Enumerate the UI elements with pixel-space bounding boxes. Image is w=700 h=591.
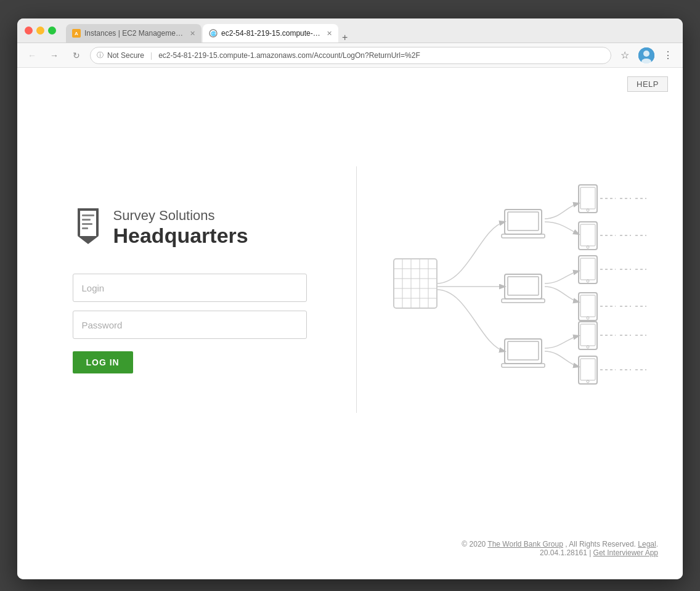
footer-bank-link[interactable]: The World Bank Group: [487, 540, 563, 548]
svg-text:A: A: [75, 31, 78, 36]
svg-point-50: [587, 317, 589, 319]
tab-ec2-management[interactable]: A Instances | EC2 Management C ✕: [66, 24, 201, 43]
maximize-button[interactable]: [48, 26, 56, 35]
svg-rect-55: [508, 341, 539, 360]
tab2-label: ec2-54-81-219-15.compute-1...: [221, 29, 323, 38]
svg-rect-27: [579, 185, 597, 213]
svg-rect-40: [508, 277, 539, 295]
footer-rights: , All Rights Reserved.: [565, 540, 636, 548]
svg-rect-64: [580, 359, 595, 380]
address-divider: |: [150, 51, 152, 60]
user-avatar[interactable]: [638, 47, 654, 63]
tablet-mid1: [579, 256, 597, 283]
back-button[interactable]: ←: [23, 47, 41, 64]
logo-text-bottom: Headquarters: [113, 224, 248, 247]
login-input[interactable]: [73, 274, 307, 302]
logo-icon: [73, 206, 104, 249]
footer-legal-link[interactable]: Legal: [638, 540, 656, 548]
bookmark-button[interactable]: ☆: [616, 47, 633, 64]
server-icon: [394, 259, 437, 308]
tablet-top2: [579, 222, 597, 250]
laptop-bottom: [502, 339, 545, 367]
tab-survey-login[interactable]: 🌐 ec2-54-81-219-15.compute-1... ✕: [203, 24, 338, 43]
svg-rect-13: [82, 223, 92, 225]
svg-rect-63: [579, 356, 597, 384]
left-panel: Survey Solutions Headquarters LOG IN: [48, 194, 344, 386]
svg-rect-9: [96, 208, 99, 236]
svg-rect-42: [579, 256, 597, 283]
footer-copyright: © 2020: [462, 540, 486, 548]
svg-rect-8: [78, 208, 80, 236]
traffic-lights: [25, 26, 56, 35]
svg-rect-58: [580, 324, 595, 346]
svg-text:🌐: 🌐: [211, 31, 216, 36]
svg-point-35: [587, 246, 589, 248]
svg-rect-12: [82, 219, 91, 221]
close-button[interactable]: [25, 26, 33, 35]
svg-rect-34: [580, 224, 595, 246]
tablet-mid2: [579, 293, 597, 320]
svg-rect-14: [82, 227, 88, 229]
tablet-bot1: [579, 322, 597, 349]
address-url: ec2-54-81-219-15.compute-1.amazonaws.com…: [158, 51, 420, 60]
minimize-button[interactable]: [36, 26, 44, 35]
help-button[interactable]: HELP: [627, 76, 668, 92]
svg-point-29: [587, 209, 589, 211]
right-panel: [369, 166, 653, 413]
svg-point-5: [643, 51, 649, 57]
network-diagram: [369, 166, 653, 413]
new-tab-button[interactable]: +: [342, 33, 348, 43]
svg-rect-7: [78, 208, 99, 211]
address-bar[interactable]: ⓘ Not Secure | ec2-54-81-219-15.compute-…: [90, 47, 611, 64]
svg-rect-49: [580, 295, 595, 317]
svg-rect-57: [579, 322, 597, 349]
svg-point-44: [587, 280, 589, 282]
svg-rect-25: [508, 212, 539, 230]
svg-rect-43: [580, 258, 595, 280]
password-input[interactable]: [73, 311, 307, 339]
svg-marker-10: [78, 236, 99, 244]
svg-rect-33: [579, 222, 597, 250]
page-content: HELP: [17, 68, 683, 579]
browser-window: A Instances | EC2 Management C ✕ 🌐 ec2-5…: [17, 18, 683, 579]
tab2-close-icon[interactable]: ✕: [327, 30, 332, 38]
logo-area: Survey Solutions Headquarters: [73, 206, 248, 249]
tab1-close-icon[interactable]: ✕: [190, 30, 195, 38]
forward-button[interactable]: →: [46, 47, 63, 64]
browser-titlebar: A Instances | EC2 Management C ✕ 🌐 ec2-5…: [17, 18, 683, 43]
tab1-label: Instances | EC2 Management C: [84, 29, 186, 38]
tab1-favicon: A: [72, 29, 81, 38]
menu-button[interactable]: ⋮: [659, 47, 677, 64]
tablet-bot2: [579, 356, 597, 384]
footer-interviewer-link[interactable]: Get Interviewer App: [593, 548, 658, 557]
svg-rect-48: [579, 293, 597, 320]
svg-point-65: [587, 380, 589, 383]
laptop-top: [502, 210, 545, 238]
reload-button[interactable]: ↻: [68, 47, 85, 64]
svg-rect-11: [82, 214, 94, 216]
security-icon: ⓘ: [97, 51, 104, 60]
tab2-favicon: 🌐: [209, 29, 218, 38]
vertical-divider: [356, 166, 357, 413]
svg-rect-28: [580, 187, 595, 209]
tabs-bar: A Instances | EC2 Management C ✕ 🌐 ec2-5…: [61, 18, 675, 43]
footer: © 2020 The World Bank Group , All Rights…: [437, 530, 683, 567]
logo-text-top: Survey Solutions: [113, 208, 248, 224]
tablet-top1: [579, 185, 597, 213]
login-form: LOG IN: [73, 274, 319, 373]
browser-toolbar: ← → ↻ ⓘ Not Secure | ec2-54-81-219-15.co…: [17, 43, 683, 68]
logo-text: Survey Solutions Headquarters: [113, 208, 248, 247]
login-button[interactable]: LOG IN: [73, 351, 133, 373]
security-label: Not Secure: [107, 51, 144, 60]
laptop-middle: [502, 274, 545, 303]
toolbar-right: ☆ ⋮: [616, 47, 677, 64]
main-container: Survey Solutions Headquarters LOG IN: [17, 68, 683, 512]
footer-version: 20.04.1.28161: [540, 548, 587, 557]
svg-point-59: [587, 346, 589, 348]
svg-rect-15: [394, 259, 437, 308]
